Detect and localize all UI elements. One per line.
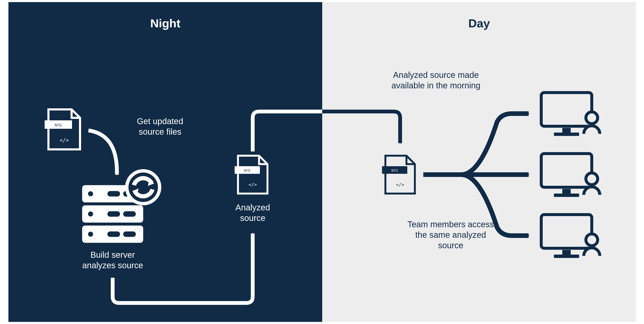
morning-label-1: Analyzed source made xyxy=(393,70,479,79)
svg-point-20 xyxy=(586,112,598,124)
code-glyph: </> xyxy=(60,137,69,143)
team-label-3: source xyxy=(438,241,463,250)
workflow-diagram: Night Day src </> Get updated source fil… xyxy=(0,0,644,324)
svg-rect-23 xyxy=(554,194,579,197)
night-title: Night xyxy=(150,17,180,30)
svg-point-24 xyxy=(586,173,598,185)
get-updated-label-2: source files xyxy=(139,127,181,136)
svg-point-28 xyxy=(586,234,598,246)
analyzed-src-label: src xyxy=(244,167,250,173)
svg-rect-11 xyxy=(108,231,120,237)
src-label: src xyxy=(55,122,62,127)
morning-label-2: available in the morning xyxy=(392,81,480,90)
svg-point-10 xyxy=(88,232,93,237)
svg-point-7 xyxy=(88,211,93,217)
svg-rect-12 xyxy=(123,231,136,237)
day-title: Day xyxy=(468,17,490,30)
team-label-1: Team members access xyxy=(407,220,494,229)
svg-point-4 xyxy=(88,191,93,196)
svg-rect-18 xyxy=(562,128,571,133)
get-updated-label-1: Get updated xyxy=(137,117,183,126)
night-panel xyxy=(8,2,322,322)
build-server-label-1: Build server xyxy=(90,250,135,259)
svg-rect-22 xyxy=(562,189,571,194)
analyzed-code-glyph: </> xyxy=(248,182,257,187)
shared-code-glyph: </> xyxy=(396,182,404,187)
analyzed-source-label-1: Analyzed xyxy=(236,203,270,212)
team-label-2: the same analyzed xyxy=(415,230,486,239)
shared-src-label: src xyxy=(391,167,398,173)
svg-rect-9 xyxy=(123,211,136,217)
svg-rect-5 xyxy=(108,191,120,197)
svg-rect-8 xyxy=(108,211,120,217)
build-server-label-2: analyzes source xyxy=(82,261,143,270)
svg-rect-26 xyxy=(562,250,571,255)
analyzed-source-label-2: source xyxy=(240,213,265,223)
svg-rect-19 xyxy=(554,133,579,136)
svg-rect-27 xyxy=(554,255,579,258)
